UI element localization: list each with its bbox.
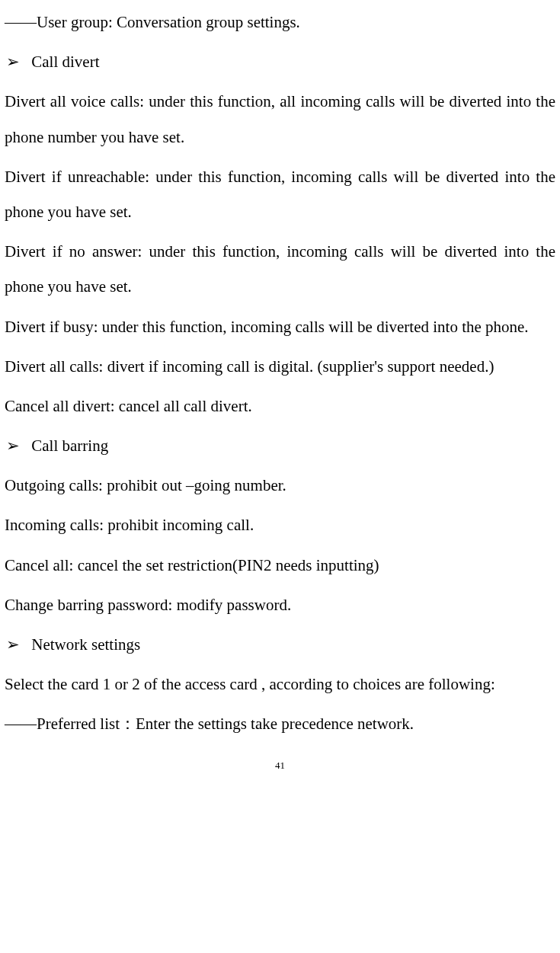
bullet-call-barring: ➢ Call barring — [5, 428, 555, 463]
bullet-call-divert-label: Call divert — [31, 53, 99, 71]
text-incoming-calls: Incoming calls: prohibit incoming call. — [5, 507, 555, 542]
text-select-card: Select the card 1 or 2 of the access car… — [5, 667, 555, 702]
page-number: 41 — [5, 760, 555, 770]
text-user-group: ——User group: Conversation group setting… — [5, 5, 555, 40]
text-divert-no-answer: Divert if no answer: under this function… — [5, 234, 555, 304]
text-divert-if-busy: Divert if busy: under this function, inc… — [5, 309, 555, 344]
text-change-barring-pw: Change barring password: modify password… — [5, 587, 555, 622]
text-outgoing-calls: Outgoing calls: prohibit out –going numb… — [5, 468, 555, 503]
text-cancel-all: Cancel all: cancel the set restriction(P… — [5, 548, 555, 583]
text-divert-unreachable: Divert if unreachable: under this functi… — [5, 159, 555, 229]
bullet-marker-icon: ➢ — [6, 44, 20, 79]
bullet-network-settings-label: Network settings — [31, 635, 140, 654]
text-cancel-all-divert: Cancel all divert: cancel all call diver… — [5, 389, 555, 424]
text-divert-all-voice: Divert all voice calls: under this funct… — [5, 84, 555, 154]
text-preferred-list: ――Preferred list：Enter the settings take… — [5, 706, 555, 741]
bullet-network-settings: ➢ Network settings — [5, 627, 555, 662]
bullet-call-barring-label: Call barring — [31, 437, 108, 455]
bullet-marker-icon: ➢ — [6, 428, 20, 463]
bullet-call-divert: ➢ Call divert — [5, 44, 555, 79]
bullet-marker-icon: ➢ — [6, 627, 20, 662]
text-divert-all-calls: Divert all calls: divert if incoming cal… — [5, 349, 555, 384]
